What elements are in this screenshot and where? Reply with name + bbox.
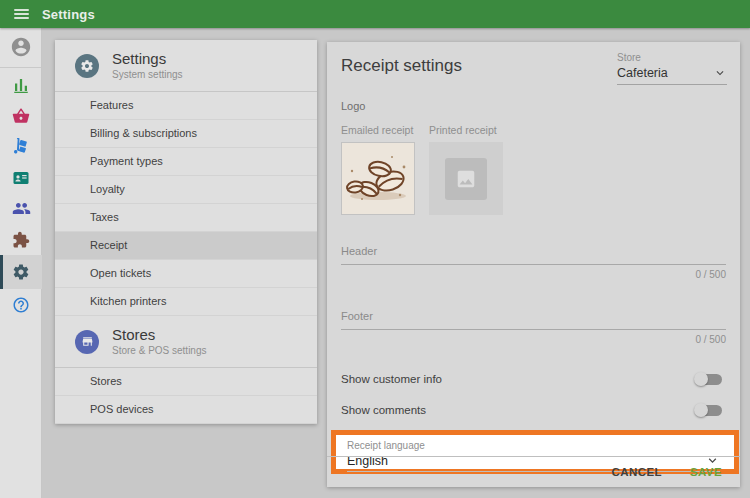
printed-receipt-label: Printed receipt <box>429 124 497 136</box>
sidebar-item-features[interactable]: Features <box>55 92 317 120</box>
hamburger-icon <box>14 7 29 21</box>
sidebar-item-pos-devices[interactable]: POS devices <box>55 396 317 424</box>
rail-item-help[interactable] <box>0 289 42 320</box>
sidebar-item-open-tickets[interactable]: Open tickets <box>55 260 317 288</box>
header-input[interactable] <box>341 257 726 265</box>
rail-item-settings[interactable] <box>0 255 42 289</box>
show-customer-info-row[interactable]: Show customer info <box>341 372 726 386</box>
section-subtitle: Store & POS settings <box>112 345 207 356</box>
active-indicator <box>0 255 3 289</box>
rail-item-account[interactable] <box>0 28 42 66</box>
coffee-beans-image <box>342 143 414 214</box>
rail-item-inventory[interactable] <box>0 131 42 162</box>
store-select-label: Store <box>617 52 727 63</box>
sidebar-item-billing[interactable]: Billing & subscriptions <box>55 120 317 148</box>
footer-field[interactable]: Footer 0 / 500 <box>341 310 726 345</box>
sidebar-item-receipt[interactable]: Receipt <box>55 232 317 260</box>
section-title: Settings <box>112 51 183 67</box>
people-icon <box>12 199 31 218</box>
footer-input[interactable] <box>341 322 726 330</box>
sidebar-item-stores[interactable]: Stores <box>55 368 317 396</box>
rail-item-apps[interactable] <box>0 224 42 255</box>
storefront-icon <box>81 335 94 348</box>
chevron-down-icon <box>713 66 727 80</box>
footer-char-counter: 0 / 500 <box>341 334 726 345</box>
show-comments-label: Show comments <box>341 404 426 416</box>
stores-settings-header: Stores Store & POS settings <box>55 316 317 368</box>
basket-icon <box>12 107 30 125</box>
bar-chart-icon <box>12 76 30 94</box>
store-select[interactable]: Store Cafeteria <box>617 52 727 85</box>
store-select-value: Cafeteria <box>617 66 668 80</box>
icon-rail <box>0 28 42 498</box>
card-footer: CANCEL SAVE <box>327 456 740 487</box>
save-button[interactable]: SAVE <box>690 466 722 478</box>
settings-menu-panel: Settings System settings Features Billin… <box>55 40 317 424</box>
rail-item-employees[interactable] <box>0 162 42 193</box>
rail-item-reports[interactable] <box>0 69 42 100</box>
show-comments-row[interactable]: Show comments <box>341 403 726 417</box>
photo-icon <box>455 168 477 190</box>
system-settings-header: Settings System settings <box>55 40 317 92</box>
header-char-counter: 0 / 500 <box>341 269 726 280</box>
sidebar-item-payment-types[interactable]: Payment types <box>55 148 317 176</box>
section-subtitle: System settings <box>112 69 183 80</box>
section-title: Stores <box>112 327 207 343</box>
header-field-label: Header <box>341 245 726 257</box>
rail-item-items[interactable] <box>0 100 42 131</box>
receipt-language-label: Receipt language <box>347 440 720 451</box>
app-window: Settings <box>0 0 750 498</box>
logo-section-label: Logo <box>341 100 726 112</box>
stores-badge <box>75 330 99 354</box>
toggle-knob <box>694 372 708 386</box>
gear-icon <box>80 59 94 73</box>
toggle-knob <box>694 403 708 417</box>
cancel-button[interactable]: CANCEL <box>612 466 662 478</box>
header-field[interactable]: Header 0 / 500 <box>341 245 726 280</box>
settings-badge <box>75 54 99 78</box>
image-placeholder <box>445 158 487 200</box>
show-comments-toggle[interactable] <box>694 403 722 417</box>
top-bar: Settings <box>0 0 750 28</box>
sidebar-item-loyalty[interactable]: Loyalty <box>55 176 317 204</box>
emailed-receipt-logo[interactable] <box>341 142 415 215</box>
sidebar-item-taxes[interactable]: Taxes <box>55 204 317 232</box>
divider <box>0 67 41 68</box>
hand-truck-icon <box>12 138 30 156</box>
menu-button[interactable] <box>0 0 42 28</box>
puzzle-icon <box>12 231 30 249</box>
page-title: Settings <box>42 7 95 22</box>
help-icon <box>12 296 30 314</box>
receipt-settings-card: Store Cafeteria Receipt settings Logo Em… <box>327 42 740 487</box>
show-customer-info-toggle[interactable] <box>694 372 722 386</box>
account-icon <box>10 36 32 58</box>
footer-field-label: Footer <box>341 310 726 322</box>
show-customer-info-label: Show customer info <box>341 373 442 385</box>
sidebar-item-kitchen-printers[interactable]: Kitchen printers <box>55 288 317 316</box>
emailed-receipt-label: Emailed receipt <box>341 124 429 136</box>
gear-icon <box>12 263 30 281</box>
printed-receipt-logo[interactable] <box>429 142 503 215</box>
rail-item-customers[interactable] <box>0 193 42 224</box>
id-card-icon <box>12 169 30 187</box>
